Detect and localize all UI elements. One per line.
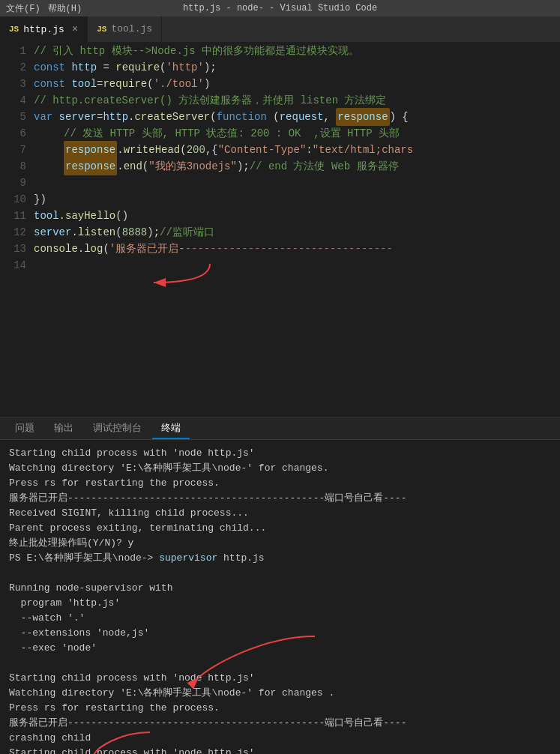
terminal-line-8: PS E:\各种脚手架工具\node-> supervisor http.js bbox=[9, 551, 551, 566]
terminal-line-9 bbox=[9, 566, 551, 581]
code-line-6: // 发送 HTTP 头部, HTTP 状态值: 200 : OK ,设置 HT… bbox=[34, 125, 560, 142]
terminal-line-18: Press rs for restarting the process. bbox=[9, 701, 551, 716]
menu-file[interactable]: 文件(F) bbox=[6, 2, 40, 15]
terminal-line-5: Received SIGINT, killing child process..… bbox=[9, 506, 551, 521]
code-line-4: // http.createServer() 方法创建服务器，并使用 liste… bbox=[34, 92, 560, 109]
terminal-line-10: Running node-supervisor with bbox=[9, 581, 551, 596]
terminal-line-13: --extensions 'node,js' bbox=[9, 626, 551, 641]
titlebar: 文件(F) 帮助(H) http.js - node- - Visual Stu… bbox=[0, 0, 560, 16]
terminal-line-15 bbox=[9, 656, 551, 671]
code-area: // 引入 http 模块-->Node.js 中的很多功能都是通过模块实现。 … bbox=[34, 43, 560, 417]
tab-close-http[interactable]: × bbox=[72, 23, 78, 35]
code-line-13: console . log ( '服务器已开启- ---------------… bbox=[34, 241, 560, 257]
titlebar-menu[interactable]: 文件(F) 帮助(H) bbox=[6, 2, 82, 15]
terminal-line-16: Starting child process with 'node http.j… bbox=[9, 671, 551, 686]
titlebar-title: http.js - node- - Visual Studio Code bbox=[183, 3, 377, 13]
terminal-line-6: Parent process exiting, terminating chil… bbox=[9, 521, 551, 536]
tab-icon-http: JS bbox=[9, 25, 19, 34]
terminal-line-17: Watching directory 'E:\各种脚手架工具\node-' fo… bbox=[9, 686, 551, 701]
code-line-1: // 引入 http 模块-->Node.js 中的很多功能都是通过模块实现。 bbox=[34, 43, 560, 59]
code-line-9 bbox=[34, 175, 560, 191]
terminal[interactable]: Starting child process with 'node http.j… bbox=[0, 440, 560, 754]
terminal-line-12: --watch '.' bbox=[9, 611, 551, 626]
terminal-line-14: --exec 'node' bbox=[9, 641, 551, 656]
terminal-line-7: 终止批处理操作吗(Y/N)? y bbox=[9, 536, 551, 551]
editor-wrapper: 12345 678910 11121314 // 引入 http 模块-->No… bbox=[0, 43, 560, 417]
terminal-line-1: Starting child process with 'node http.j… bbox=[9, 446, 551, 461]
terminal-wrapper: Starting child process with 'node http.j… bbox=[0, 440, 560, 754]
editor: 12345 678910 11121314 // 引入 http 模块-->No… bbox=[0, 43, 560, 417]
code-line-14 bbox=[34, 257, 560, 274]
code-line-3: const tool = require ( './tool' ) bbox=[34, 76, 560, 92]
code-line-8: response . end ( "我的第3nodejs" ); // end … bbox=[34, 158, 560, 175]
panel-tab-terminal[interactable]: 终端 bbox=[152, 418, 190, 439]
tab-http[interactable]: JS http.js × bbox=[0, 16, 88, 42]
code-line-12: server . listen ( 8888 ); //监听端口 bbox=[34, 224, 560, 241]
terminal-line-19: 服务器已开启----------------------------------… bbox=[9, 716, 551, 731]
tab-icon-tool: JS bbox=[97, 25, 106, 34]
tab-label-tool: tool.js bbox=[111, 23, 152, 34]
tab-tool[interactable]: JS tool.js bbox=[88, 16, 162, 42]
line-numbers: 12345 678910 11121314 bbox=[0, 43, 34, 417]
panel: 问题 输出 调试控制台 终端 Starting child process wi… bbox=[0, 417, 560, 750]
terminal-line-3: Press rs for restarting the process. bbox=[9, 476, 551, 491]
panel-tab-debug[interactable]: 调试控制台 bbox=[84, 418, 151, 439]
code-line-11: tool . sayHello () bbox=[34, 208, 560, 224]
code-line-5: var server = http . createServer ( funct… bbox=[34, 109, 560, 125]
terminal-line-20: crashing child bbox=[9, 731, 551, 746]
tab-label-http: http.js bbox=[23, 24, 64, 35]
tabbar: JS http.js × JS tool.js bbox=[0, 16, 560, 43]
code-line-10: }) bbox=[34, 191, 560, 208]
panel-tabs: 问题 输出 调试控制台 终端 bbox=[0, 418, 560, 440]
terminal-line-21: Starting child process with 'node http.j… bbox=[9, 746, 551, 754]
code-line-2: const http = require ( 'http' ); bbox=[34, 59, 560, 76]
terminal-line-2: Watching directory 'E:\各种脚手架工具\node-' fo… bbox=[9, 461, 551, 476]
menu-help[interactable]: 帮助(H) bbox=[48, 2, 82, 15]
terminal-line-4: 服务器已开启----------------------------------… bbox=[9, 491, 551, 506]
panel-tab-output[interactable]: 输出 bbox=[45, 418, 82, 439]
terminal-line-11: program 'http.js' bbox=[9, 596, 551, 611]
panel-tab-issues[interactable]: 问题 bbox=[6, 418, 43, 439]
code-line-7: response . writeHead ( 200 ,{ "Content-T… bbox=[34, 142, 560, 158]
